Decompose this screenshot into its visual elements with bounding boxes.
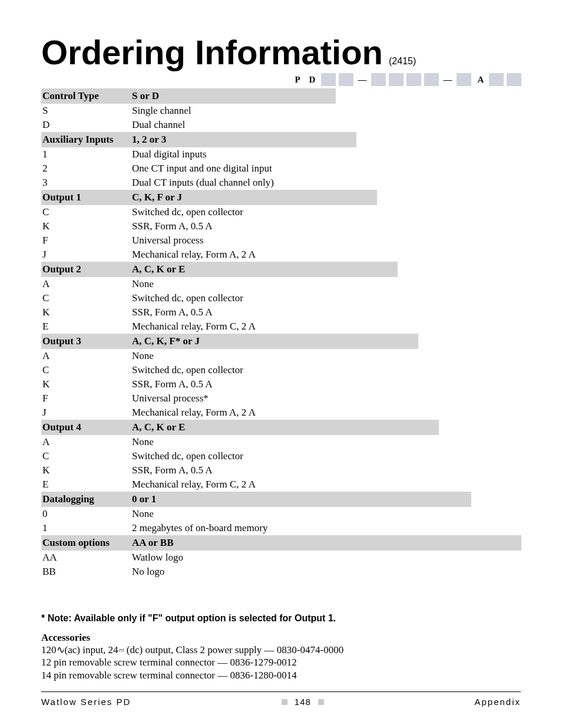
option-code: F — [41, 391, 131, 406]
section-name: Output 2 — [41, 262, 131, 277]
section-head: Custom options AA or BB — [41, 535, 521, 551]
code-D: D — [306, 73, 318, 86]
section-options: AA or BB — [131, 535, 521, 551]
option-row: C Switched dc, open collector — [41, 363, 521, 377]
code-cell — [321, 73, 336, 86]
section-options: A, C, K, F* or J — [131, 334, 418, 349]
option-desc: Mechanical relay, Form C, 2 A — [131, 319, 521, 334]
option-row: J Mechanical relay, Form A, 2 A — [41, 248, 521, 262]
option-desc: SSR, Form A, 0.5 A — [131, 377, 521, 391]
option-row: 0 None — [41, 507, 521, 521]
section-options: A, C, K or E — [131, 420, 439, 435]
footer-center: 148 — [282, 697, 324, 707]
page-number: 148 — [295, 697, 311, 707]
option-row: 1 2 megabytes of on-board memory — [41, 521, 521, 535]
option-code: E — [41, 477, 131, 492]
section-name: Datalogging — [41, 492, 131, 507]
section-head: Output 3 A, C, K, F* or J — [41, 334, 418, 349]
section-options: C, K, F or J — [131, 190, 377, 205]
section-options: A, C, K or E — [131, 262, 398, 277]
accessories-heading: Accessories — [41, 632, 521, 644]
option-code: A — [41, 277, 131, 291]
option-code: C — [41, 205, 131, 219]
option-desc: 2 megabytes of on-board memory — [131, 521, 521, 535]
square-icon — [282, 699, 287, 705]
option-code: E — [41, 319, 131, 334]
option-desc: One CT input and one digital input — [131, 162, 521, 176]
section-name: Output 3 — [41, 334, 131, 349]
option-code: C — [41, 449, 131, 463]
option-row: 3 Dual CT inputs (dual channel only) — [41, 176, 521, 190]
option-code: BB — [41, 565, 131, 579]
section-head: Control Type S or D — [41, 88, 336, 104]
code-strip: P D — — A — [41, 73, 521, 87]
section-head: Output 1 C, K, F or J — [41, 190, 377, 205]
option-desc: Mechanical relay, Form C, 2 A — [131, 477, 521, 492]
page-title: Ordering Information — [41, 35, 383, 70]
option-desc: None — [131, 507, 521, 521]
option-desc: Single channel — [131, 104, 521, 118]
option-desc: None — [131, 435, 521, 449]
footer-right: Appendix — [474, 697, 521, 707]
option-row: F Universal process — [41, 233, 521, 248]
option-row: C Switched dc, open collector — [41, 205, 521, 219]
section-name: Control Type — [41, 88, 131, 104]
option-desc: Universal process — [131, 233, 521, 248]
option-code: C — [41, 291, 131, 305]
option-row: K SSR, Form A, 0.5 A — [41, 305, 521, 319]
accessory-line: 120∿(ac) input, 24⎓ (dc) output, Class 2… — [41, 644, 521, 656]
option-desc: None — [131, 349, 521, 363]
option-row: 1 Dual digital inputs — [41, 147, 521, 162]
accessory-line: 14 pin removable screw terminal connecto… — [41, 669, 521, 681]
option-code: K — [41, 305, 131, 319]
option-row: C Switched dc, open collector — [41, 291, 521, 305]
option-code: 2 — [41, 162, 131, 176]
option-code: J — [41, 406, 131, 420]
option-desc: Universal process* — [131, 391, 521, 406]
option-desc: Watlow logo — [131, 551, 521, 565]
option-desc: Mechanical relay, Form A, 2 A — [131, 248, 521, 262]
option-code: S — [41, 104, 131, 118]
option-code: K — [41, 377, 131, 391]
code-A: A — [475, 73, 487, 86]
option-row: C Switched dc, open collector — [41, 449, 521, 463]
section-options: 0 or 1 — [131, 492, 471, 507]
code-cell — [507, 73, 521, 86]
code-cell — [389, 73, 404, 86]
option-code: 3 — [41, 176, 131, 190]
option-code: C — [41, 363, 131, 377]
option-desc: SSR, Form A, 0.5 A — [131, 463, 521, 477]
section-name: Output 1 — [41, 190, 131, 205]
option-row: K SSR, Form A, 0.5 A — [41, 219, 521, 233]
option-code: J — [41, 248, 131, 262]
option-row: AA Watlow logo — [41, 551, 521, 565]
code-dash1: — — [356, 73, 368, 86]
option-desc: Switched dc, open collector — [131, 449, 521, 463]
option-code: D — [41, 118, 131, 132]
option-desc: Dual channel — [131, 118, 521, 132]
option-desc: None — [131, 277, 521, 291]
option-row: F Universal process* — [41, 391, 521, 406]
code-P: P — [292, 73, 303, 86]
page-footer: Watlow Series PD 148 Appendix — [41, 691, 521, 707]
option-row: A None — [41, 277, 521, 291]
ordering-table: Control Type S or D S Single channel D D… — [41, 88, 521, 579]
title-code: (2415) — [389, 56, 416, 67]
option-code: K — [41, 219, 131, 233]
option-row: K SSR, Form A, 0.5 A — [41, 377, 521, 391]
option-code: F — [41, 233, 131, 248]
option-row: 2 One CT input and one digital input — [41, 162, 521, 176]
option-code: A — [41, 349, 131, 363]
square-icon — [318, 699, 324, 705]
option-row: J Mechanical relay, Form A, 2 A — [41, 406, 521, 420]
option-row: BB No logo — [41, 565, 521, 579]
option-desc: No logo — [131, 565, 521, 579]
code-dash2: — — [442, 73, 454, 86]
title-line: Ordering Information (2415) — [41, 35, 521, 70]
code-cell — [489, 73, 504, 86]
code-cell — [457, 73, 471, 86]
option-desc: Dual digital inputs — [131, 147, 521, 162]
option-row: A None — [41, 349, 521, 363]
option-desc: SSR, Form A, 0.5 A — [131, 305, 521, 319]
option-desc: Switched dc, open collector — [131, 363, 521, 377]
